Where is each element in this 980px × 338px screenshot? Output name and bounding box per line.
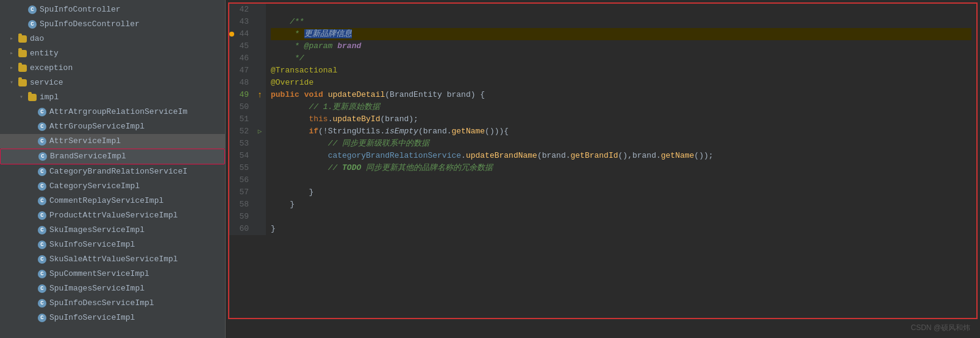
code-line-60: } (271, 223, 971, 235)
line-num-47: 47 (234, 65, 249, 77)
gutter-cell-43 (254, 16, 266, 28)
sidebar-item-CategoryBrandRelationServiceI[interactable]: C CategoryBrandRelationServiceI (0, 164, 225, 179)
gutter-cell-42 (254, 4, 266, 16)
class-icon: C (38, 167, 46, 176)
line-numbers: 42 43 44 45 46 47 48 49 50 51 52 53 54 5… (229, 4, 254, 235)
sidebar-item-entity[interactable]: entity (0, 46, 225, 61)
sidebar-item-BrandServiceImpl[interactable]: C BrandServiceImpl (0, 149, 225, 164)
line-num-58: 58 (234, 199, 249, 211)
code-line-57: } (271, 186, 971, 199)
line-num-48: 48 (234, 77, 249, 89)
sidebar-item-SkuImagesServiceImpl[interactable]: C SkuImagesServiceImpl (0, 223, 225, 238)
code-line-43: /** (271, 16, 971, 28)
code-lines: /** * 更新品牌信息 * @param brand */ @Transact… (266, 4, 976, 235)
sidebar-item-label: BrandServiceImpl (50, 150, 126, 163)
code-line-53: // 同步更新级联系中的数据 (271, 138, 971, 150)
sidebar-item-SpuCommentServiceImpl[interactable]: C SpuCommentServiceImpl (0, 267, 225, 281)
sidebar-item-SpuImagesServiceImpl[interactable]: C SpuImagesServiceImpl (0, 281, 225, 296)
line-num-43: 43 (234, 16, 249, 28)
sidebar-item-SkuSaleAttrValueServiceImpl[interactable]: C SkuSaleAttrValueServiceImpl (0, 252, 225, 267)
folder-icon (18, 50, 27, 57)
sidebar-item-exception[interactable]: exception (0, 61, 225, 76)
line-num-53: 53 (234, 138, 249, 150)
folder-icon (28, 94, 37, 101)
line-num-44: 44 (234, 28, 249, 40)
arrow-icon (10, 62, 17, 74)
sidebar-item-CommentReplayServiceImpl[interactable]: C CommentReplayServiceImpl (0, 194, 225, 208)
code-line-59 (271, 211, 971, 223)
line-num-51: 51 (234, 113, 249, 125)
sidebar-item-label: AttrGroupServiceImpl (49, 121, 145, 133)
line-num-45: 45 (234, 40, 249, 52)
class-icon: C (38, 211, 46, 220)
code-line-55: // TODO 同步更新其他的品牌名称的冗余数据 (271, 162, 971, 174)
code-line-52: if(!StringUtils.isEmpty(brand.getName())… (271, 125, 971, 138)
gutter-cell-45 (254, 40, 266, 52)
code-container: 42 43 44 45 46 47 48 49 50 51 52 53 54 5… (229, 4, 976, 235)
code-line-48: @Override (271, 77, 971, 89)
folder-icon (18, 35, 27, 43)
sidebar-item-label: dao (30, 33, 44, 45)
sidebar-item-label: SkuImagesServiceImpl (49, 224, 145, 236)
sidebar-item-SpuInfoServiceImpl[interactable]: C SpuInfoServiceImpl (0, 311, 225, 325)
sidebar-item-label: ProductAttrValueServiceImpl (49, 209, 178, 222)
bookmark-icon (229, 32, 234, 37)
sidebar-item-label: CommentReplayServiceImpl (49, 195, 163, 207)
sidebar-item-dao[interactable]: dao (0, 32, 225, 46)
gutter-cell-49[interactable]: ↑ (254, 89, 266, 101)
editor-border: 42 43 44 45 46 47 48 49 50 51 52 53 54 5… (228, 2, 978, 319)
code-line-58: } (271, 199, 971, 211)
gutter-cell-56 (254, 174, 266, 186)
class-icon: C (38, 152, 47, 161)
class-icon: C (38, 270, 46, 278)
gutter-cell-44 (254, 28, 266, 40)
sidebar-item-SkuInfoServiceImpl[interactable]: C SkuInfoServiceImpl (0, 238, 225, 252)
sidebar-item-label: SpuInfoServiceImpl (49, 312, 135, 324)
class-icon: C (38, 241, 46, 249)
code-line-42 (271, 4, 971, 16)
line-num-49: 49 (234, 89, 249, 101)
watermark: CSDN @硕风和炜 (910, 323, 970, 333)
sidebar-item-AttrAttrGroupRelationServiceImpl[interactable]: C AttrAtrgroupRelationServiceIm (0, 105, 225, 119)
sidebar-item-SpuInfoDescServiceImpl[interactable]: C SpuInfoDescServiceImpl (0, 296, 225, 311)
sidebar-item-SpuInfoDescController[interactable]: C SpuInfoDescController (0, 17, 225, 32)
class-icon: C (38, 299, 46, 308)
sidebar-item-label: SpuImagesServiceImpl (49, 283, 145, 295)
sidebar-item-ProductAttrValueServiceImpl[interactable]: C ProductAttrValueServiceImpl (0, 208, 225, 223)
sidebar-item-label: exception (30, 62, 73, 74)
code-line-45: * @param brand (271, 40, 971, 52)
gutter-cell-48 (254, 77, 266, 89)
sidebar-item-impl[interactable]: impl (0, 90, 225, 105)
gutter-cell-59 (254, 211, 266, 223)
sidebar-item-AttrServiceImpl[interactable]: C AttrServiceImpl (0, 134, 225, 149)
gutter-cell-57 (254, 186, 266, 199)
sidebar-item-SpuInfoController[interactable]: C SpuInfoController (0, 2, 225, 17)
gutter-cell-52[interactable]: ▷ (254, 125, 266, 138)
sidebar-item-label: impl (40, 91, 59, 104)
line-num-55: 55 (234, 162, 249, 174)
code-line-54: categoryBrandRelationService.updateBrand… (271, 150, 971, 162)
line-num-59: 59 (234, 211, 249, 223)
sidebar-item-AttrGroupServiceImpl[interactable]: C AttrGroupServiceImpl (0, 119, 225, 134)
sidebar-item-label: SkuSaleAttrValueServiceImpl (49, 253, 178, 266)
class-icon: C (38, 284, 46, 293)
file-tree[interactable]: C SpuInfoController C SpuInfoDescControl… (0, 0, 226, 338)
class-icon: C (28, 20, 37, 29)
code-line-49: public void updateDetail(BrandEntity bra… (271, 89, 971, 101)
line-num-42: 42 (234, 4, 249, 16)
gutter-cell-51 (254, 113, 266, 125)
sidebar-item-label: SpuInfoDescServiceImpl (49, 297, 154, 309)
code-line-46: */ (271, 52, 971, 65)
line-num-56: 56 (234, 174, 249, 186)
folder-icon (18, 79, 27, 86)
code-line-44: * 更新品牌信息 (271, 28, 971, 40)
editor-area[interactable]: 42 43 44 45 46 47 48 49 50 51 52 53 54 5… (226, 0, 980, 338)
sidebar-item-service[interactable]: service (0, 76, 225, 90)
gutter-cell-46 (254, 52, 266, 65)
class-icon: C (38, 197, 46, 205)
gutter-cell-54 (254, 150, 266, 162)
sidebar-item-label: SpuInfoDescController (40, 18, 140, 30)
class-icon: C (38, 226, 46, 234)
gutter-cell-58 (254, 199, 266, 211)
sidebar-item-CategoryServiceImpl[interactable]: C CategoryServiceImpl (0, 179, 225, 194)
